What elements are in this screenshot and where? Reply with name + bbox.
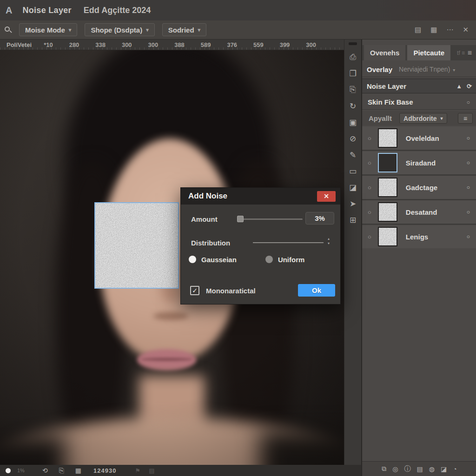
sync-icon[interactable]: ⟳: [467, 83, 472, 90]
grid-icon[interactable]: ▦: [75, 467, 81, 475]
status-indicator-dot: [6, 468, 11, 473]
amount-label: Amount: [191, 215, 218, 223]
layer-row-oveleldan[interactable]: ○ Oveleldan ○: [362, 126, 476, 150]
sort-dropdown[interactable]: Sodried ▾: [162, 23, 206, 36]
status-bar: 1% ⟲ ⎘ ▦ 124930 ⚑ ▤: [0, 465, 362, 476]
close-icon[interactable]: ✕: [463, 26, 469, 34]
visibility-icon[interactable]: ○: [368, 159, 371, 166]
ruler-tick-labels: *10 280 338 300 300 388 589 376 559 399 …: [44, 41, 344, 48]
gaussian-radio[interactable]: Gausseian: [189, 256, 237, 264]
dialog-title: Add Noise: [188, 192, 227, 201]
ruler-tick: 399: [280, 41, 290, 48]
dialog-header[interactable]: Add Noise ✕: [181, 188, 340, 205]
visibility-icon[interactable]: ○: [368, 184, 371, 191]
apyallt-dropdown[interactable]: Adbrdorite ▾: [399, 113, 447, 124]
target-icon[interactable]: ◎: [392, 465, 398, 473]
layers-panel-footer: ⧉ ◎ ⓘ ▤ ◍ ◪ ◔: [362, 461, 476, 476]
tab-ovenehs[interactable]: Ovenehs: [364, 45, 405, 60]
brush-icon[interactable]: ✎: [346, 148, 360, 161]
duplicate-layers-icon[interactable]: ❐: [346, 67, 360, 80]
document-icon[interactable]: ▤: [415, 26, 421, 34]
export-icon[interactable]: ⧉: [382, 465, 386, 473]
mode-dropdown[interactable]: Moise Mode ▾: [19, 23, 77, 36]
lock-icon[interactable]: ◍: [429, 465, 435, 473]
amount-slider-handle[interactable]: [237, 216, 244, 222]
image-icon[interactable]: ▤: [417, 465, 423, 473]
link-icon[interactable]: ○: [467, 159, 470, 166]
copy-icon[interactable]: ⎘: [59, 467, 64, 475]
info-icon[interactable]: ⓘ: [404, 465, 411, 473]
uniform-radio-label: Uniform: [278, 256, 305, 264]
monochromatic-checkbox[interactable]: ✓: [190, 286, 199, 295]
monochromatic-row: ✓ Mononaratictal Ok: [181, 283, 341, 298]
link-icon[interactable]: ○: [467, 184, 470, 191]
layer-row-siradand[interactable]: ○ Siradand ○: [362, 151, 476, 174]
apyallt-menu-button[interactable]: ≡: [458, 113, 473, 124]
mask-icon[interactable]: ▲: [456, 83, 462, 90]
link-icon[interactable]: ○: [467, 209, 470, 215]
layers-panel: Ovenehs Pietcaute tf ≡ ≡ Overlay Nerviaj…: [362, 40, 476, 476]
sync-icon[interactable]: ⟲: [42, 467, 48, 475]
layer-name: Gadctage: [406, 184, 437, 192]
distribution-label: Distribution: [191, 239, 230, 247]
visibility-icon[interactable]: ○: [368, 135, 371, 142]
radio-dot-icon: [265, 256, 273, 263]
blend-mode-label: Overlay: [367, 66, 392, 73]
layer-name: Desatand: [406, 208, 437, 216]
flag-icon[interactable]: ⚑: [135, 467, 140, 474]
more-options-icon[interactable]: ⋯: [446, 26, 453, 34]
visibility-icon[interactable]: ○: [368, 233, 371, 240]
amount-value-field[interactable]: 3%: [305, 212, 334, 225]
layer-thumbnail: [378, 178, 397, 197]
mask-icon[interactable]: ◔: [453, 465, 456, 473]
monochromatic-label: Mononaratictal: [206, 287, 256, 295]
panel-grip-handle[interactable]: [349, 42, 357, 45]
search-icon[interactable]: [5, 26, 12, 33]
chevron-down-icon: ▾: [198, 27, 201, 33]
layer-row-lenigs[interactable]: ○ Lenigs ○: [362, 225, 476, 248]
frame-image-icon[interactable]: ▣: [346, 116, 360, 129]
uniform-radio[interactable]: Uniform: [265, 256, 305, 264]
blend-mode-dropdown[interactable]: Nerviajedi Tnpen)▾: [399, 66, 455, 73]
blend-mode-row: Overlay Nerviajedi Tnpen)▾: [362, 62, 476, 77]
link-icon[interactable]: ○: [467, 99, 470, 106]
distribution-slider[interactable]: [253, 242, 324, 243]
dialog-close-button[interactable]: ✕: [317, 191, 336, 202]
shape-dropdown-label: Shope (Dsdpta): [91, 26, 142, 34]
shape-dropdown[interactable]: Shope (Dsdpta) ▾: [85, 23, 154, 36]
link-icon[interactable]: ○: [467, 233, 470, 240]
ruler-tick: 300: [148, 41, 159, 48]
ok-button[interactable]: Ok: [298, 284, 335, 297]
link-icon[interactable]: ○: [467, 135, 470, 141]
grid-icon[interactable]: ▦: [430, 26, 437, 34]
print-layers-icon[interactable]: ⎙: [346, 51, 360, 64]
filled-shape-icon[interactable]: ◪: [346, 181, 360, 194]
visibility-icon[interactable]: ○: [368, 209, 371, 216]
stepper-down-icon[interactable]: ▾: [328, 242, 330, 245]
noise-selection-region[interactable]: [94, 202, 179, 289]
direct-select-icon[interactable]: ➤: [346, 197, 360, 210]
adjustment-icon[interactable]: ◪: [441, 465, 447, 473]
rect-select-icon[interactable]: ▭: [346, 165, 360, 178]
noise-layer-field[interactable]: Noise Layer ▲ ⟳: [362, 79, 476, 93]
app-logo: A: [6, 5, 12, 16]
radio-dot-icon: [189, 256, 196, 263]
application-window: A Noise Layer Edd Agçitte 2024 Moise Mod…: [0, 0, 476, 476]
tab-pietcaute[interactable]: Pietcaute: [407, 45, 450, 60]
zoom-level[interactable]: 1%: [17, 468, 25, 473]
rotate-icon[interactable]: ↻: [346, 99, 360, 112]
amount-slider[interactable]: [238, 218, 303, 220]
gaussian-radio-label: Gausseian: [201, 256, 237, 264]
no-style-icon[interactable]: ⊘: [346, 132, 360, 145]
distribution-stepper[interactable]: ▴ ▾: [328, 237, 330, 245]
panel-menu-icon[interactable]: ≡: [468, 49, 472, 57]
add-noise-dialog: Add Noise ✕ Amount 3% Distribution ▴ ▾ G…: [180, 187, 341, 304]
document-info-value: 124930: [93, 467, 116, 474]
stepper-up-icon[interactable]: ▴: [328, 237, 330, 241]
paste-document-icon[interactable]: ⎘: [346, 83, 360, 96]
layer-row-desatand[interactable]: ○ Desatand ○: [362, 200, 476, 224]
list-icon[interactable]: ▤: [149, 467, 154, 474]
layer-row-gadctage[interactable]: ○ Gadctage ○: [362, 176, 476, 199]
skin-fix-base-row[interactable]: Skin Fix Base ○: [362, 95, 476, 110]
lock-icon[interactable]: ⊞: [346, 213, 360, 226]
